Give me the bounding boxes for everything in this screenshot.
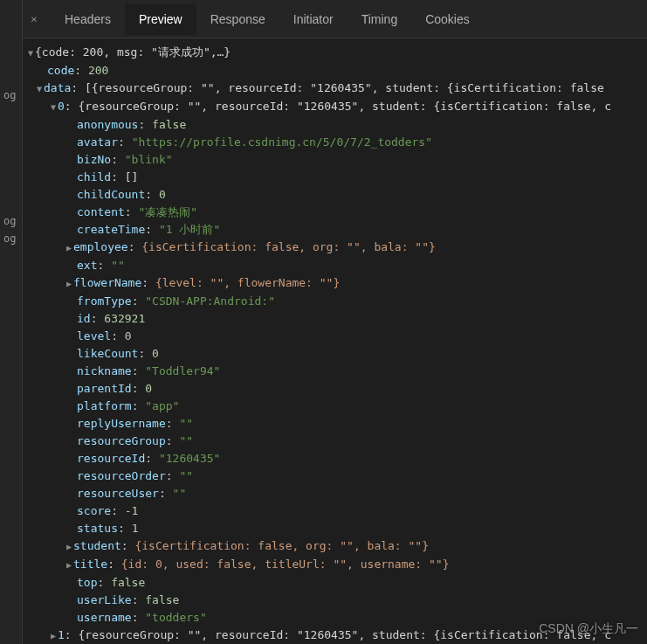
expand-arrow-icon[interactable]: ▼ <box>26 45 35 62</box>
json-row[interactable]: likeCount: 0 <box>26 345 647 363</box>
tab-initiator[interactable]: Initiator <box>279 3 348 35</box>
json-row[interactable]: top: false <box>26 574 647 592</box>
sidebar-stub: og <box>0 87 19 103</box>
left-sidebar-strip: og og og <box>0 0 23 644</box>
json-row[interactable]: avatar: "https://profile.csdnimg.cn/5/0/… <box>26 134 647 151</box>
json-row[interactable]: ▶student: {isCertification: false, org: … <box>26 537 647 556</box>
collapse-arrow-icon[interactable]: ▶ <box>65 538 73 556</box>
json-row[interactable]: fromType: "CSDN-APP:Android:" <box>26 293 647 310</box>
tab-headers[interactable]: Headers <box>51 3 125 35</box>
json-row[interactable]: nickname: "Toddler94" <box>26 363 647 380</box>
tab-cookies[interactable]: Cookies <box>411 3 484 35</box>
json-row[interactable]: createTime: "1 小时前" <box>26 221 647 239</box>
expand-arrow-icon[interactable]: ▼ <box>49 99 58 116</box>
tab-preview[interactable]: Preview <box>125 3 196 35</box>
json-row[interactable]: resourceId: "1260435" <box>26 450 647 467</box>
devtools-tab-bar: × Headers Preview Response Initiator Tim… <box>23 0 647 38</box>
json-row[interactable]: child: [] <box>26 169 647 186</box>
json-row[interactable]: platform: "app" <box>26 398 647 415</box>
json-row[interactable]: anonymous: false <box>26 116 647 134</box>
sidebar-stub: og <box>0 213 19 229</box>
json-row-code[interactable]: code: 200 <box>26 62 647 80</box>
json-row[interactable]: resourceGroup: "" <box>26 433 647 450</box>
json-row[interactable]: status: 1 <box>26 520 647 537</box>
json-row[interactable]: childCount: 0 <box>26 186 647 204</box>
json-row[interactable]: ext: "" <box>26 257 647 274</box>
json-row-item-0[interactable]: ▼0: {resourceGroup: "", resourceId: "126… <box>26 98 647 116</box>
tab-response[interactable]: Response <box>196 3 279 35</box>
json-row[interactable]: level: 0 <box>26 328 647 345</box>
json-root[interactable]: ▼{code: 200, msg: "请求成功",…} <box>26 44 647 62</box>
json-row[interactable]: ▶title: {id: 0, used: false, titleUrl: "… <box>26 556 647 574</box>
watermark-text: CSDN @小生凡一 <box>539 621 638 637</box>
expand-arrow-icon[interactable]: ▼ <box>35 80 44 98</box>
collapse-arrow-icon[interactable]: ▶ <box>65 557 73 574</box>
json-preview: ▼{code: 200, msg: "请求成功",…} code: 200 ▼d… <box>23 38 647 644</box>
sidebar-stub: og <box>0 231 19 246</box>
json-row[interactable]: id: 632921 <box>26 310 647 328</box>
json-row[interactable]: score: -1 <box>26 502 647 520</box>
json-row[interactable]: resourceUser: "" <box>26 485 647 502</box>
json-row[interactable]: parentId: 0 <box>26 380 647 398</box>
collapse-arrow-icon[interactable]: ▶ <box>65 275 73 293</box>
json-row[interactable]: userLike: false <box>26 592 647 609</box>
json-row[interactable]: replyUsername: "" <box>26 415 647 433</box>
json-row[interactable]: content: "凑凑热闹" <box>26 204 647 221</box>
json-row[interactable]: bizNo: "blink" <box>26 151 647 169</box>
json-row[interactable]: ▶flowerName: {level: "", flowerName: ""} <box>26 274 647 293</box>
json-row[interactable]: ▶employee: {isCertification: false, org:… <box>26 239 647 257</box>
collapse-arrow-icon[interactable]: ▶ <box>49 627 58 644</box>
collapse-arrow-icon[interactable]: ▶ <box>65 239 73 257</box>
close-icon[interactable]: × <box>28 12 40 25</box>
json-row[interactable]: resourceOrder: "" <box>26 467 647 485</box>
json-row-data[interactable]: ▼data: [{resourceGroup: "", resourceId: … <box>26 80 647 98</box>
tab-timing[interactable]: Timing <box>348 3 412 35</box>
